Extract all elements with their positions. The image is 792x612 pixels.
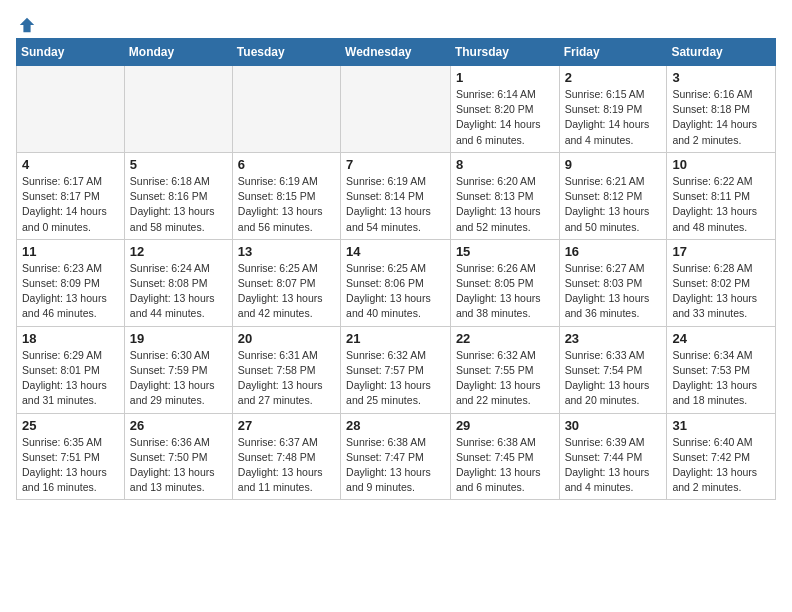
day-number: 31 — [672, 418, 770, 433]
day-number: 27 — [238, 418, 335, 433]
day-info: Sunrise: 6:26 AMSunset: 8:05 PMDaylight:… — [456, 261, 554, 322]
day-info: Sunrise: 6:20 AMSunset: 8:13 PMDaylight:… — [456, 174, 554, 235]
calendar-cell: 26Sunrise: 6:36 AMSunset: 7:50 PMDayligh… — [124, 413, 232, 500]
logo — [16, 16, 36, 30]
calendar-cell: 18Sunrise: 6:29 AMSunset: 8:01 PMDayligh… — [17, 326, 125, 413]
day-number: 1 — [456, 70, 554, 85]
day-info: Sunrise: 6:25 AMSunset: 8:06 PMDaylight:… — [346, 261, 445, 322]
calendar-cell: 6Sunrise: 6:19 AMSunset: 8:15 PMDaylight… — [232, 152, 340, 239]
calendar-cell: 2Sunrise: 6:15 AMSunset: 8:19 PMDaylight… — [559, 66, 667, 153]
day-info: Sunrise: 6:33 AMSunset: 7:54 PMDaylight:… — [565, 348, 662, 409]
calendar-cell: 7Sunrise: 6:19 AMSunset: 8:14 PMDaylight… — [341, 152, 451, 239]
day-number: 5 — [130, 157, 227, 172]
day-number: 22 — [456, 331, 554, 346]
day-number: 25 — [22, 418, 119, 433]
calendar-cell — [232, 66, 340, 153]
week-row: 1Sunrise: 6:14 AMSunset: 8:20 PMDaylight… — [17, 66, 776, 153]
calendar-cell — [124, 66, 232, 153]
day-number: 13 — [238, 244, 335, 259]
day-info: Sunrise: 6:37 AMSunset: 7:48 PMDaylight:… — [238, 435, 335, 496]
calendar-cell: 15Sunrise: 6:26 AMSunset: 8:05 PMDayligh… — [450, 239, 559, 326]
calendar-cell: 1Sunrise: 6:14 AMSunset: 8:20 PMDaylight… — [450, 66, 559, 153]
day-info: Sunrise: 6:40 AMSunset: 7:42 PMDaylight:… — [672, 435, 770, 496]
calendar-cell: 23Sunrise: 6:33 AMSunset: 7:54 PMDayligh… — [559, 326, 667, 413]
day-info: Sunrise: 6:38 AMSunset: 7:45 PMDaylight:… — [456, 435, 554, 496]
day-of-week-header: Monday — [124, 39, 232, 66]
day-number: 17 — [672, 244, 770, 259]
day-of-week-header: Tuesday — [232, 39, 340, 66]
day-of-week-header: Sunday — [17, 39, 125, 66]
day-info: Sunrise: 6:18 AMSunset: 8:16 PMDaylight:… — [130, 174, 227, 235]
calendar-cell: 25Sunrise: 6:35 AMSunset: 7:51 PMDayligh… — [17, 413, 125, 500]
day-of-week-header: Saturday — [667, 39, 776, 66]
day-number: 19 — [130, 331, 227, 346]
day-info: Sunrise: 6:15 AMSunset: 8:19 PMDaylight:… — [565, 87, 662, 148]
day-info: Sunrise: 6:19 AMSunset: 8:15 PMDaylight:… — [238, 174, 335, 235]
day-info: Sunrise: 6:36 AMSunset: 7:50 PMDaylight:… — [130, 435, 227, 496]
day-number: 30 — [565, 418, 662, 433]
day-info: Sunrise: 6:39 AMSunset: 7:44 PMDaylight:… — [565, 435, 662, 496]
calendar-cell: 21Sunrise: 6:32 AMSunset: 7:57 PMDayligh… — [341, 326, 451, 413]
day-info: Sunrise: 6:31 AMSunset: 7:58 PMDaylight:… — [238, 348, 335, 409]
day-of-week-header: Friday — [559, 39, 667, 66]
day-info: Sunrise: 6:16 AMSunset: 8:18 PMDaylight:… — [672, 87, 770, 148]
calendar-cell: 30Sunrise: 6:39 AMSunset: 7:44 PMDayligh… — [559, 413, 667, 500]
calendar-table: SundayMondayTuesdayWednesdayThursdayFrid… — [16, 38, 776, 500]
day-of-week-header: Wednesday — [341, 39, 451, 66]
day-number: 23 — [565, 331, 662, 346]
day-number: 2 — [565, 70, 662, 85]
day-number: 10 — [672, 157, 770, 172]
week-row: 4Sunrise: 6:17 AMSunset: 8:17 PMDaylight… — [17, 152, 776, 239]
calendar-cell — [341, 66, 451, 153]
day-info: Sunrise: 6:17 AMSunset: 8:17 PMDaylight:… — [22, 174, 119, 235]
day-info: Sunrise: 6:21 AMSunset: 8:12 PMDaylight:… — [565, 174, 662, 235]
day-info: Sunrise: 6:19 AMSunset: 8:14 PMDaylight:… — [346, 174, 445, 235]
page-header — [16, 16, 776, 30]
day-info: Sunrise: 6:32 AMSunset: 7:55 PMDaylight:… — [456, 348, 554, 409]
day-info: Sunrise: 6:30 AMSunset: 7:59 PMDaylight:… — [130, 348, 227, 409]
day-number: 9 — [565, 157, 662, 172]
day-number: 16 — [565, 244, 662, 259]
calendar-cell: 10Sunrise: 6:22 AMSunset: 8:11 PMDayligh… — [667, 152, 776, 239]
calendar-cell: 29Sunrise: 6:38 AMSunset: 7:45 PMDayligh… — [450, 413, 559, 500]
calendar-cell: 12Sunrise: 6:24 AMSunset: 8:08 PMDayligh… — [124, 239, 232, 326]
day-number: 18 — [22, 331, 119, 346]
day-number: 15 — [456, 244, 554, 259]
logo-icon — [18, 16, 36, 34]
day-info: Sunrise: 6:24 AMSunset: 8:08 PMDaylight:… — [130, 261, 227, 322]
calendar-cell: 17Sunrise: 6:28 AMSunset: 8:02 PMDayligh… — [667, 239, 776, 326]
day-number: 12 — [130, 244, 227, 259]
calendar-cell: 5Sunrise: 6:18 AMSunset: 8:16 PMDaylight… — [124, 152, 232, 239]
day-number: 26 — [130, 418, 227, 433]
day-number: 7 — [346, 157, 445, 172]
day-info: Sunrise: 6:29 AMSunset: 8:01 PMDaylight:… — [22, 348, 119, 409]
day-info: Sunrise: 6:32 AMSunset: 7:57 PMDaylight:… — [346, 348, 445, 409]
calendar-cell: 19Sunrise: 6:30 AMSunset: 7:59 PMDayligh… — [124, 326, 232, 413]
day-info: Sunrise: 6:28 AMSunset: 8:02 PMDaylight:… — [672, 261, 770, 322]
calendar-cell: 11Sunrise: 6:23 AMSunset: 8:09 PMDayligh… — [17, 239, 125, 326]
week-row: 11Sunrise: 6:23 AMSunset: 8:09 PMDayligh… — [17, 239, 776, 326]
day-number: 4 — [22, 157, 119, 172]
day-info: Sunrise: 6:14 AMSunset: 8:20 PMDaylight:… — [456, 87, 554, 148]
day-number: 28 — [346, 418, 445, 433]
calendar-cell: 22Sunrise: 6:32 AMSunset: 7:55 PMDayligh… — [450, 326, 559, 413]
calendar-cell: 14Sunrise: 6:25 AMSunset: 8:06 PMDayligh… — [341, 239, 451, 326]
calendar-cell: 20Sunrise: 6:31 AMSunset: 7:58 PMDayligh… — [232, 326, 340, 413]
day-info: Sunrise: 6:25 AMSunset: 8:07 PMDaylight:… — [238, 261, 335, 322]
svg-marker-0 — [20, 18, 34, 32]
day-number: 6 — [238, 157, 335, 172]
calendar-cell: 3Sunrise: 6:16 AMSunset: 8:18 PMDaylight… — [667, 66, 776, 153]
day-info: Sunrise: 6:27 AMSunset: 8:03 PMDaylight:… — [565, 261, 662, 322]
day-number: 21 — [346, 331, 445, 346]
day-number: 14 — [346, 244, 445, 259]
day-number: 24 — [672, 331, 770, 346]
week-row: 25Sunrise: 6:35 AMSunset: 7:51 PMDayligh… — [17, 413, 776, 500]
day-number: 11 — [22, 244, 119, 259]
day-number: 8 — [456, 157, 554, 172]
day-of-week-header: Thursday — [450, 39, 559, 66]
day-info: Sunrise: 6:23 AMSunset: 8:09 PMDaylight:… — [22, 261, 119, 322]
days-of-week-row: SundayMondayTuesdayWednesdayThursdayFrid… — [17, 39, 776, 66]
week-row: 18Sunrise: 6:29 AMSunset: 8:01 PMDayligh… — [17, 326, 776, 413]
calendar-cell: 24Sunrise: 6:34 AMSunset: 7:53 PMDayligh… — [667, 326, 776, 413]
day-info: Sunrise: 6:34 AMSunset: 7:53 PMDaylight:… — [672, 348, 770, 409]
